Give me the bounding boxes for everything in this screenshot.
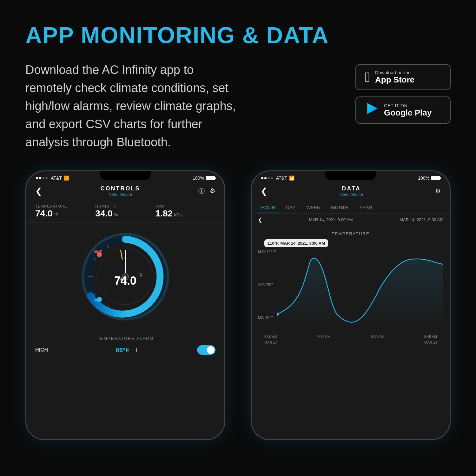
chart-svg — [277, 250, 443, 332]
alarm-high-label: HIGH — [35, 347, 48, 353]
humidity-sensor: HUMIDITY 34.0 % — [95, 204, 155, 219]
top-section: Download the AC Infinity app to remotely… — [25, 61, 451, 151]
carrier-controls: AT&T — [51, 175, 62, 181]
x-label-4: 8:45 AM — [424, 335, 437, 339]
tab-month[interactable]: MONTH — [327, 202, 353, 213]
nav-title-block-controls: CONTROLS New Device — [42, 185, 198, 197]
date-nav-arrow[interactable]: ❮ — [258, 217, 262, 223]
settings-icon-data[interactable]: ⚙ — [435, 188, 441, 195]
app-store-text: Download on the App Store — [375, 70, 414, 84]
dot4 — [45, 177, 48, 179]
temperature-label: TEMPERATURE — [35, 204, 95, 208]
alarm-toggle[interactable] — [197, 345, 215, 355]
back-button-data[interactable]: ❮ — [261, 186, 268, 196]
tab-hour[interactable]: HOUR — [257, 202, 280, 213]
date-to: MAR 14, 2021, 9:00 AM — [400, 217, 443, 222]
x-date-4: MAR 14 — [424, 340, 437, 344]
wifi-icon-data: 📶 — [289, 175, 294, 181]
humidity-label: HUMIDITY — [95, 204, 155, 208]
date-from: MAR 14, 2021, 8:00 AM — [309, 217, 353, 222]
nav-icons-data: ⚙ — [435, 188, 441, 195]
y-axis-labels: MAX 120°F AVG 75°F MIN 30°F — [258, 250, 276, 320]
battery-pct-data: 100% — [418, 175, 429, 181]
store-buttons:  Download on the App Store — [355, 64, 451, 124]
alarm-increase-button[interactable]: + — [134, 346, 139, 354]
phone-data: AT&T 📶 4:48PM 100% ❮ DATA — [251, 170, 451, 440]
info-icon[interactable]: ⓘ — [198, 187, 205, 195]
app-store-small-label: Download on the — [375, 70, 414, 75]
vpd-unit: kPa — [174, 212, 182, 217]
google-play-icon — [365, 102, 379, 119]
chart-tooltip: 110°F, MAR 14, 2021, 8:00 AM — [264, 239, 328, 247]
gauge-container: 86°F 40°F 🌡 74.0 °F — [26, 223, 224, 331]
nav-icons-controls: ⓘ ⚙ — [198, 187, 215, 195]
min-label: MIN 30°F — [258, 316, 276, 320]
battery-bar-data — [431, 176, 440, 180]
gauge-svg: 86°F 40°F 🌡 74.0 °F — [78, 229, 173, 324]
x-axis-labels: 8:00 AM 8:15 AM 8:30 AM 8:45 AM — [258, 334, 443, 340]
tab-day[interactable]: DAY — [281, 202, 300, 213]
status-left-controls: AT&T 📶 — [36, 175, 69, 181]
phone-notch-1 — [100, 171, 151, 180]
phone-controls: AT&T 📶 4:48PM 100% ❮ CONTROLS — [25, 170, 225, 440]
nav-screen-title-data: DATA — [268, 185, 435, 192]
status-left-data: AT&T 📶 — [261, 175, 294, 181]
google-play-small-label: GET IT ON — [384, 103, 432, 108]
chart-with-labels: MAX 120°F AVG 75°F MIN 30°F — [258, 250, 443, 334]
nav-screen-title-controls: CONTROLS — [42, 185, 198, 192]
x-label-3: 8:30 AM — [371, 335, 384, 339]
phones-section: AT&T 📶 4:48PM 100% ❮ CONTROLS — [25, 170, 451, 440]
temperature-value: 74.0 — [35, 208, 53, 218]
data-tabs: HOUR DAY WEEK MONTH YEAR — [252, 200, 450, 214]
alarm-decrease-button[interactable]: − — [106, 346, 111, 354]
description-text: Download the AC Infinity app to remotely… — [25, 61, 241, 151]
phone-screen-data: AT&T 📶 4:48PM 100% ❮ DATA — [252, 171, 450, 439]
app-store-large-label: App Store — [375, 75, 414, 84]
battery-bar-controls — [206, 176, 215, 180]
wifi-icon-controls: 📶 — [64, 175, 69, 181]
battery-fill-data — [432, 176, 440, 180]
status-right-data: 100% — [418, 175, 440, 181]
apple-icon:  — [365, 69, 370, 85]
google-play-text: GET IT ON Google Play — [384, 103, 432, 117]
temperature-unit: °F — [54, 212, 58, 217]
settings-icon[interactable]: ⚙ — [210, 187, 215, 195]
svg-text:40°F: 40°F — [94, 298, 102, 302]
svg-text:°F: °F — [137, 273, 142, 278]
vpd-sensor: VPD 1.82 kPa — [155, 204, 215, 219]
temperature-sensor: TEMPERATURE 74.0 °F — [35, 204, 95, 219]
tab-year[interactable]: YEAR — [355, 202, 377, 213]
phone-screen-controls: AT&T 📶 4:48PM 100% ❮ CONTROLS — [26, 171, 224, 439]
dot1 — [36, 177, 38, 179]
google-play-large-label: Google Play — [384, 108, 432, 117]
dot4d — [271, 177, 273, 179]
alarm-row: HIGH − 86°F + — [35, 345, 215, 355]
nav-title-block-data: DATA New Device — [268, 185, 435, 197]
x-label-1: 8:00 AM — [264, 335, 277, 339]
alarm-controls: − 86°F + — [106, 346, 139, 354]
dot3 — [42, 177, 44, 179]
x-label-2: 8:15 AM — [318, 335, 330, 339]
chart-area: TEMPERATURE 110°F, MAR 14, 2021, 8:00 AM… — [252, 226, 450, 439]
status-right-controls: 100% — [193, 175, 215, 181]
vpd-value-display: 1.82 kPa — [155, 208, 215, 219]
humidity-value: 34.0 — [95, 208, 113, 218]
sensor-row-controls: TEMPERATURE 74.0 °F HUMIDITY 34.0 % — [26, 200, 224, 223]
alarm-high-value: 86°F — [116, 347, 129, 354]
dot3d — [268, 177, 270, 179]
phone-nav-controls: ❮ CONTROLS New Device ⓘ ⚙ — [26, 183, 224, 200]
google-play-button[interactable]: GET IT ON Google Play — [355, 96, 451, 124]
app-store-button[interactable]:  Download on the App Store — [355, 64, 451, 90]
avg-label: AVG 75°F — [258, 283, 276, 287]
back-button-controls[interactable]: ❮ — [35, 186, 42, 196]
carrier-data: AT&T — [276, 175, 287, 181]
vpd-value: 1.82 — [155, 208, 173, 218]
humidity-unit: % — [114, 212, 118, 217]
signal-dots-data — [261, 177, 273, 179]
alarm-section: TEMPERATURE ALARM HIGH − 86°F + — [26, 331, 224, 360]
phone-notch-2 — [325, 171, 376, 180]
humidity-value-display: 34.0 % — [95, 208, 155, 219]
svg-text:74.0: 74.0 — [114, 274, 136, 287]
chart-title: TEMPERATURE — [258, 231, 443, 236]
tab-week[interactable]: WEEK — [302, 202, 325, 213]
